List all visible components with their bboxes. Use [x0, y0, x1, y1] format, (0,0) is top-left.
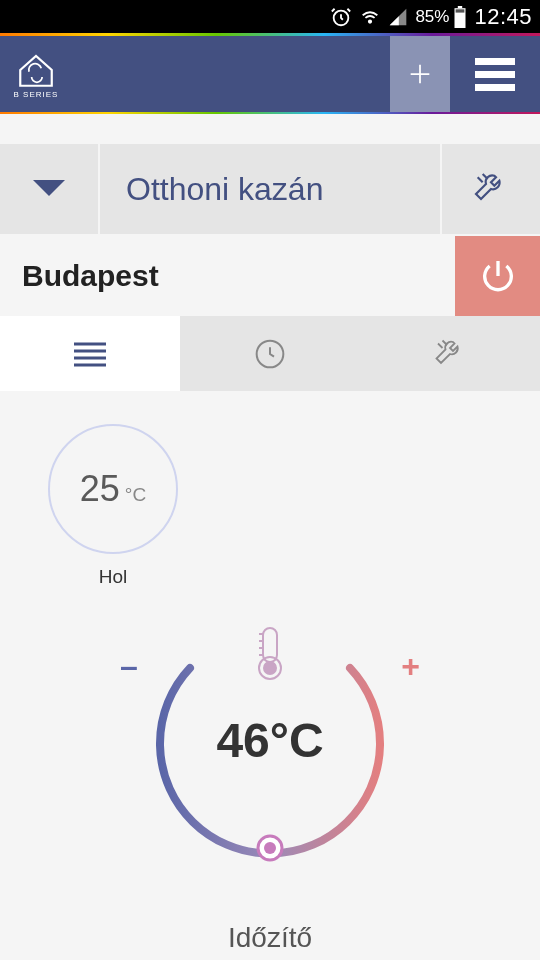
- increase-button[interactable]: +: [401, 648, 420, 685]
- location-row: Budapest: [0, 236, 540, 316]
- timer-label: Időzítő: [0, 922, 540, 954]
- app-header: B SERIES: [0, 36, 540, 112]
- device-settings-button[interactable]: [440, 144, 540, 234]
- device-name[interactable]: Otthoni kazán: [100, 144, 440, 234]
- house-icon: [15, 50, 57, 90]
- mode-tabs: [0, 316, 540, 391]
- hamburger-icon: [471, 54, 519, 94]
- menu-button[interactable]: [450, 36, 540, 112]
- wifi-icon: [359, 6, 381, 28]
- decrease-button[interactable]: –: [120, 648, 138, 685]
- brand-logo[interactable]: B SERIES: [0, 50, 72, 99]
- device-row: Otthoni kazán: [0, 144, 540, 234]
- brand-text: B SERIES: [14, 90, 59, 99]
- svg-rect-5: [475, 58, 515, 65]
- plus-icon: [406, 60, 434, 88]
- tab-schedule[interactable]: [0, 316, 180, 391]
- tools-icon: [471, 169, 511, 209]
- svg-point-11: [264, 662, 276, 674]
- svg-rect-6: [475, 71, 515, 78]
- chevron-down-icon: [31, 178, 67, 200]
- away-temp-circle[interactable]: 25 °C: [48, 424, 178, 554]
- location-name: Budapest: [0, 236, 455, 316]
- svg-rect-2: [458, 6, 462, 8]
- svg-point-13: [264, 842, 276, 854]
- svg-rect-7: [475, 84, 515, 91]
- status-bar: 85% 12:45: [0, 0, 540, 33]
- alarm-icon: [330, 6, 352, 28]
- clock: 12:45: [474, 4, 532, 30]
- temperature-dial[interactable]: – + 46°C: [0, 618, 540, 918]
- status-icons: 85% 12:45: [330, 4, 532, 30]
- power-icon: [478, 256, 518, 296]
- lines-icon: [70, 340, 110, 368]
- clock-icon: [254, 338, 286, 370]
- tab-settings[interactable]: [360, 316, 540, 391]
- away-temp-unit: °C: [125, 484, 146, 506]
- signal-icon: [388, 7, 408, 27]
- tools-icon: [432, 336, 468, 372]
- add-button[interactable]: [390, 36, 450, 112]
- svg-point-1: [369, 20, 371, 22]
- target-temp-value: 46°C: [0, 713, 540, 768]
- svg-rect-4: [456, 9, 465, 12]
- away-temp-label: Hol: [48, 566, 178, 588]
- battery-icon: [453, 6, 467, 28]
- away-temp-value: 25: [80, 468, 120, 510]
- device-dropdown-toggle[interactable]: [0, 144, 100, 234]
- tab-timer[interactable]: [180, 316, 360, 391]
- power-button[interactable]: [455, 236, 540, 316]
- battery-percent: 85%: [415, 7, 449, 27]
